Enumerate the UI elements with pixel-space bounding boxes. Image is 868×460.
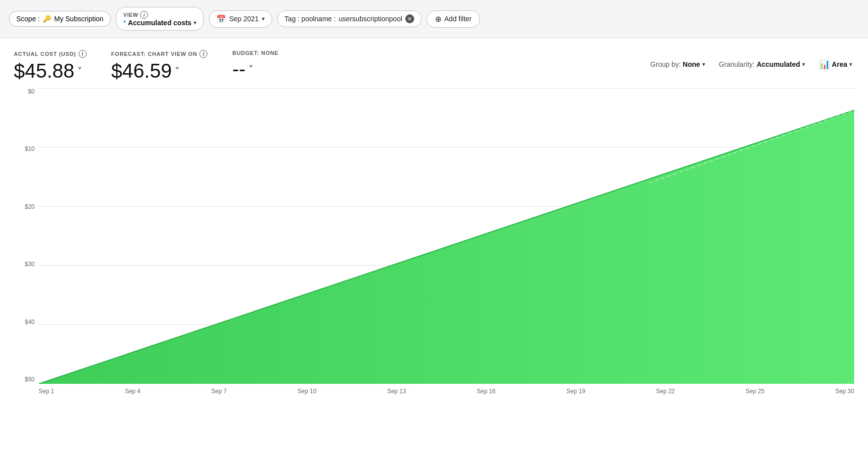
budget-value: -- ˅ — [232, 58, 278, 80]
forecast-info-icon[interactable]: i — [199, 50, 207, 58]
view-button[interactable]: VIEW i * Accumulated costs ▾ — [116, 7, 204, 31]
x-label-sep22: Sep 22 — [656, 388, 675, 395]
chart-plot — [39, 88, 854, 384]
date-button[interactable]: 📅 Sep 2021 ▾ — [209, 10, 272, 28]
x-label-sep4: Sep 4 — [125, 388, 140, 395]
x-label-sep25: Sep 25 — [746, 388, 765, 395]
metrics-controls-row: ACTUAL COST (USD) i $45.88 ˅ FORECAST: C… — [0, 38, 868, 88]
view-label: VIEW — [123, 12, 138, 18]
x-label-sep7: Sep 7 — [211, 388, 227, 395]
group-by-label: Group by: — [650, 60, 680, 68]
area-chart-icon: 📊 — [819, 59, 830, 70]
group-by-control[interactable]: Group by: None ▾ — [643, 57, 712, 71]
add-filter-label: Add filter — [444, 15, 472, 23]
actual-cost-info-icon[interactable]: i — [79, 50, 87, 58]
tag-label: Tag : poolname : — [285, 15, 336, 23]
key-icon: 🔑 — [43, 15, 51, 23]
x-label-sep19: Sep 19 — [567, 388, 585, 395]
toolbar: Scope : 🔑 My Subscription VIEW i * Accum… — [0, 0, 868, 38]
view-info-icon[interactable]: i — [140, 11, 148, 19]
x-label-sep13: Sep 13 — [387, 388, 406, 395]
tag-value: usersubscriptionpool — [338, 15, 402, 23]
actual-cost-block: ACTUAL COST (USD) i $45.88 ˅ — [14, 50, 87, 82]
scope-prefix: Scope : — [16, 15, 40, 23]
forecast-chevron-icon: ˅ — [175, 65, 180, 77]
forecast-value: $46.59 ˅ — [111, 60, 208, 82]
group-by-chevron-icon: ▾ — [702, 61, 705, 68]
chart-type-chevron-icon: ▾ — [849, 61, 852, 68]
x-label-sep1: Sep 1 — [39, 388, 54, 395]
y-label-40: $40 — [14, 319, 35, 325]
x-label-sep30: Sep 30 — [835, 388, 854, 395]
x-label-sep10: Sep 10 — [297, 388, 316, 395]
y-label-0: $0 — [14, 88, 35, 95]
budget-chevron-icon: ˅ — [248, 63, 253, 75]
group-by-value: None — [683, 60, 700, 68]
y-label-10: $10 — [14, 145, 35, 152]
forecast-block: FORECAST: CHART VIEW ON i $46.59 ˅ — [111, 50, 208, 82]
metrics-row: ACTUAL COST (USD) i $45.88 ˅ FORECAST: C… — [14, 43, 279, 85]
y-label-30: $30 — [14, 261, 35, 268]
date-chevron-icon: ▾ — [262, 15, 265, 22]
chart-type-value: Area — [832, 60, 847, 68]
actual-cost-label: ACTUAL COST (USD) i — [14, 50, 87, 58]
chart-container: $50 $40 $30 $20 $10 $0 — [14, 88, 854, 395]
view-value: Accumulated costs — [128, 19, 192, 27]
budget-block: BUDGET: NONE -- ˅ — [232, 50, 278, 80]
tag-remove-icon[interactable]: ✕ — [405, 14, 414, 23]
date-value: Sep 2021 — [229, 15, 259, 23]
actual-cost-chevron-icon: ˅ — [77, 65, 82, 77]
y-label-20: $20 — [14, 203, 35, 210]
granularity-value: Accumulated — [757, 60, 800, 68]
x-label-sep16: Sep 16 — [477, 388, 495, 395]
y-axis: $50 $40 $30 $20 $10 $0 — [14, 88, 39, 384]
tag-filter-button[interactable]: Tag : poolname : usersubscriptionpool ✕ — [277, 10, 422, 27]
add-filter-button[interactable]: ⊕ Add filter — [427, 10, 480, 28]
forecast-label: FORECAST: CHART VIEW ON i — [111, 50, 208, 58]
scope-button[interactable]: Scope : 🔑 My Subscription — [9, 11, 111, 27]
view-asterisk: * — [123, 19, 126, 27]
view-chevron-icon: ▾ — [193, 19, 196, 26]
chart-inner: $50 $40 $30 $20 $10 $0 — [14, 88, 854, 384]
granularity-label: Granularity: — [719, 60, 755, 68]
add-filter-icon: ⊕ — [435, 14, 441, 24]
x-axis: Sep 1 Sep 4 Sep 7 Sep 10 Sep 13 Sep 16 S… — [14, 384, 854, 395]
area-chart-svg — [39, 88, 854, 384]
budget-label: BUDGET: NONE — [232, 50, 278, 56]
actual-cost-value: $45.88 ˅ — [14, 60, 87, 82]
granularity-chevron-icon: ▾ — [802, 61, 805, 68]
calendar-icon: 📅 — [216, 14, 226, 24]
y-label-50: $50 — [14, 376, 35, 383]
granularity-control[interactable]: Granularity: Accumulated ▾ — [712, 57, 812, 71]
scope-name: My Subscription — [54, 15, 103, 23]
chart-type-control[interactable]: 📊 Area ▾ — [812, 56, 859, 73]
chart-wrapper: $50 $40 $30 $20 $10 $0 — [14, 88, 854, 395]
